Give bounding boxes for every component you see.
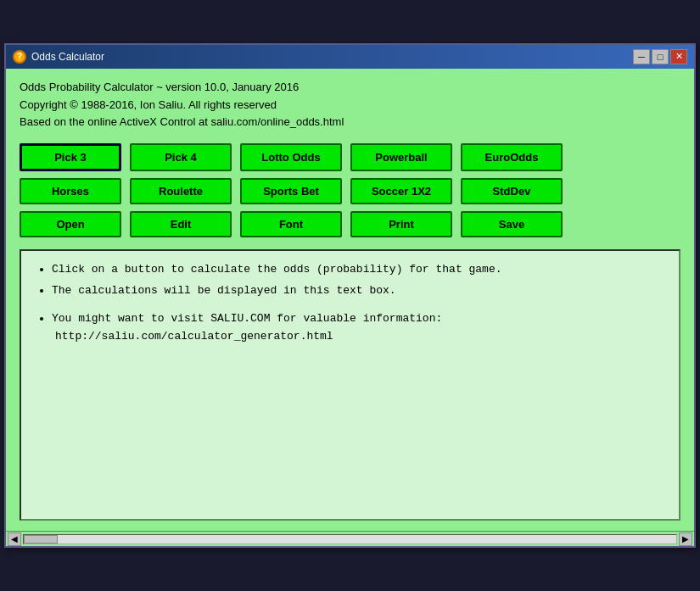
- print-button[interactable]: Print: [350, 211, 452, 237]
- app-header: Odds Probability Calculator ~ version 10…: [20, 79, 680, 131]
- main-window: ? Odds Calculator ─ □ ✕ Odds Probability…: [4, 43, 696, 548]
- output-textbox[interactable]: Click on a button to calculate the odds …: [20, 249, 680, 521]
- scroll-track[interactable]: [23, 534, 677, 544]
- horses-button[interactable]: Horses: [20, 178, 121, 204]
- window-title: Odds Calculator: [31, 51, 104, 63]
- font-button[interactable]: Font: [240, 211, 342, 237]
- pick4-button[interactable]: Pick 4: [130, 143, 232, 171]
- output-url: http://saliu.com/calculator_generator.ht…: [55, 330, 333, 343]
- euro-odds-button[interactable]: EuroOdds: [461, 143, 563, 171]
- edit-button[interactable]: Edit: [130, 211, 232, 237]
- horizontal-scrollbar: ◀ ▶: [6, 531, 694, 546]
- title-bar: ? Odds Calculator ─ □ ✕: [6, 45, 694, 69]
- sports-bet-button[interactable]: Sports Bet: [240, 178, 342, 204]
- roulette-button[interactable]: Roulette: [130, 178, 232, 204]
- title-bar-left: ? Odds Calculator: [13, 50, 104, 64]
- stddev-button[interactable]: StdDev: [461, 178, 563, 204]
- powerball-button[interactable]: Powerball: [350, 143, 452, 171]
- output-bullet-3: You might want to visit SALIU.COM for va…: [52, 310, 665, 346]
- save-button[interactable]: Save: [461, 211, 563, 237]
- button-row-3: Open Edit Font Print Save: [20, 211, 680, 237]
- header-line2: Copyright © 1988-2016, Ion Saliu. All ri…: [20, 97, 680, 114]
- minimize-button[interactable]: ─: [633, 49, 650, 64]
- window-controls: ─ □ ✕: [633, 49, 687, 64]
- button-row-2: Horses Roulette Sports Bet Soccer 1X2 St…: [20, 178, 680, 204]
- soccer-1x2-button[interactable]: Soccer 1X2: [350, 178, 452, 204]
- button-rows: Pick 3 Pick 4 Lotto Odds Powerball EuroO…: [20, 143, 680, 237]
- lotto-odds-button[interactable]: Lotto Odds: [240, 143, 342, 171]
- open-button[interactable]: Open: [20, 211, 121, 237]
- pick3-button[interactable]: Pick 3: [20, 143, 121, 171]
- scroll-thumb[interactable]: [24, 535, 58, 544]
- output-bullet-2: The calculations will be displayed in th…: [52, 282, 665, 300]
- header-line1: Odds Probability Calculator ~ version 10…: [20, 79, 680, 97]
- scroll-right-button[interactable]: ▶: [679, 532, 692, 546]
- button-row-1: Pick 3 Pick 4 Lotto Odds Powerball EuroO…: [20, 143, 680, 171]
- maximize-button[interactable]: □: [652, 49, 669, 64]
- scroll-left-button[interactable]: ◀: [8, 532, 21, 546]
- app-icon: ?: [13, 50, 26, 64]
- window-content: Odds Probability Calculator ~ version 10…: [6, 69, 694, 531]
- close-button[interactable]: ✕: [670, 49, 687, 64]
- output-bullet-1: Click on a button to calculate the odds …: [52, 261, 665, 279]
- header-line3: Based on the online ActiveX Control at s…: [20, 114, 680, 131]
